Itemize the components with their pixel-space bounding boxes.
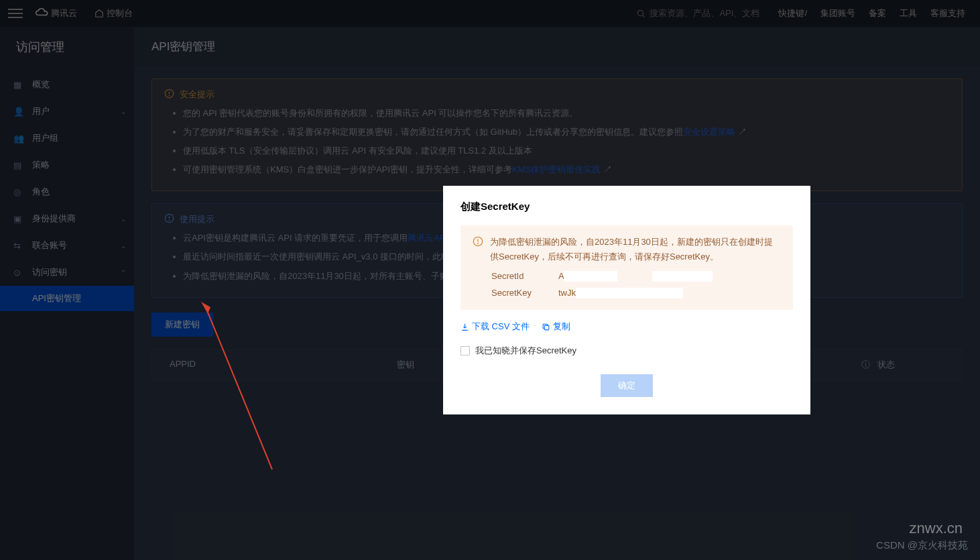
secret-key-label: SecretKey bbox=[491, 288, 558, 298]
warning-icon bbox=[473, 236, 483, 264]
watermark: znwx.cn bbox=[910, 520, 963, 537]
create-secretkey-modal: 创建SecretKey 为降低密钥泄漏的风险，自2023年11月30日起，新建的… bbox=[443, 186, 810, 414]
confirm-button[interactable]: 确定 bbox=[601, 374, 653, 397]
svg-point-12 bbox=[478, 243, 479, 244]
modal-title: 创建SecretKey bbox=[443, 186, 810, 225]
secret-id-row: SecretId A sea bbox=[473, 271, 781, 281]
acknowledge-checkbox-row[interactable]: 我已知晓并保存SecretKey bbox=[461, 345, 793, 357]
modal-warning-text: 为降低密钥泄漏的风险，自2023年11月30日起，新建的密钥只在创建时提供Sec… bbox=[490, 235, 781, 264]
modal-warning-box: 为降低密钥泄漏的风险，自2023年11月30日起，新建的密钥只在创建时提供Sec… bbox=[461, 225, 793, 310]
secret-key-value: twJk 27Y bbox=[558, 288, 594, 298]
svg-rect-13 bbox=[544, 325, 549, 330]
secret-id-label: SecretId bbox=[491, 271, 558, 281]
secret-id-value: A sea bbox=[558, 271, 580, 281]
watermark: CSDN @京火科技苑 bbox=[876, 539, 968, 552]
copy-link[interactable]: 复制 bbox=[542, 321, 570, 333]
secret-key-row: SecretKey twJk 27Y bbox=[473, 288, 781, 298]
checkbox[interactable] bbox=[461, 346, 470, 355]
download-csv-link[interactable]: 下载 CSV 文件 bbox=[461, 321, 530, 333]
checkbox-label: 我已知晓并保存SecretKey bbox=[475, 345, 576, 357]
